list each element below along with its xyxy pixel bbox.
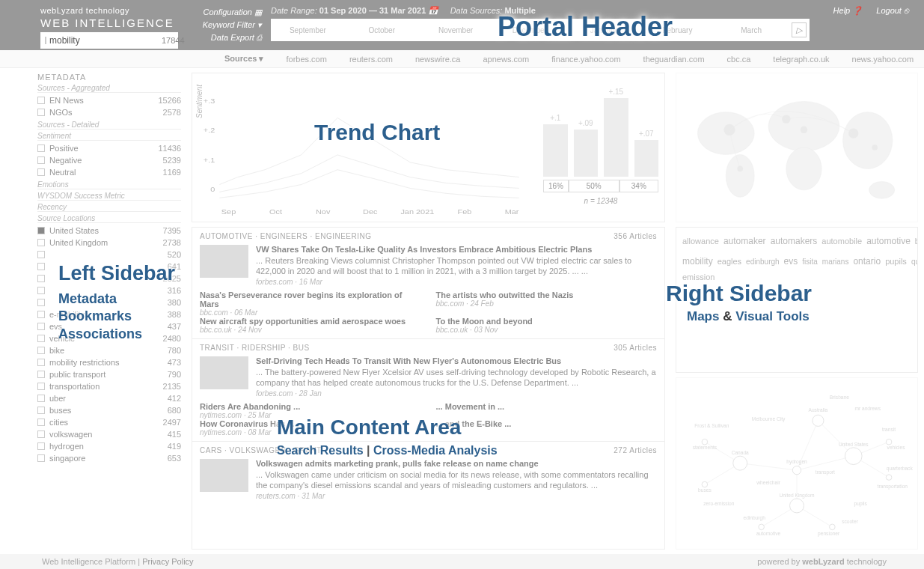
tag[interactable]: evs xyxy=(784,256,798,267)
configuration-link[interactable]: Configuration ▦ xyxy=(187,6,262,19)
checkbox-icon[interactable] xyxy=(37,407,45,414)
checkbox-icon[interactable] xyxy=(37,323,45,330)
checkbox-icon[interactable] xyxy=(37,311,45,318)
source-link[interactable]: theguardian.com xyxy=(643,55,705,64)
checkbox-icon[interactable] xyxy=(37,239,45,246)
metadata-item[interactable]: Neutral1169 xyxy=(37,166,181,178)
privacy-link[interactable]: Privacy Policy xyxy=(142,557,193,566)
network-graph[interactable]: CanadaUnited StatesUnited KingdomAustral… xyxy=(676,377,918,550)
source-link[interactable]: finance.yahoo.com xyxy=(551,55,620,64)
search-input[interactable] xyxy=(49,35,162,46)
metadata-group-header[interactable]: WYSDOM Success Metric xyxy=(37,192,181,201)
metadata-item[interactable]: mobility restrictions473 xyxy=(37,356,181,368)
metadata-item[interactable]: transportation2135 xyxy=(37,380,181,392)
checkbox-icon[interactable] xyxy=(37,371,45,378)
checkbox-icon[interactable] xyxy=(37,275,45,282)
article-title[interactable]: ... Movement in ... xyxy=(436,402,658,411)
checkbox-icon[interactable] xyxy=(37,347,45,354)
source-link[interactable]: telegraph.co.uk xyxy=(773,55,829,64)
metadata-group-header[interactable]: Sources - Aggregated xyxy=(37,84,181,93)
article-title[interactable]: The artists who outwitted the Nazis xyxy=(436,290,658,299)
play-icon[interactable]: ▷ xyxy=(792,22,807,37)
metadata-item[interactable]: EN News15266 xyxy=(37,94,181,106)
article-title[interactable]: Self-Driving Tech Heads To Transit With … xyxy=(256,356,657,365)
article-thumb[interactable] xyxy=(200,459,248,492)
metadata-item[interactable]: e-mobility388 xyxy=(37,308,181,320)
metadata-item[interactable]: cities2497 xyxy=(37,416,181,428)
metadata-item[interactable]: buses680 xyxy=(37,404,181,416)
metadata-item[interactable]: singapore653 xyxy=(37,452,181,464)
metadata-item[interactable]: bike780 xyxy=(37,344,181,356)
metadata-group-header[interactable]: Recency xyxy=(37,203,181,212)
source-link[interactable]: reuters.com xyxy=(349,55,393,64)
tag[interactable]: pupils xyxy=(885,257,907,266)
metadata-item[interactable]: 316 xyxy=(37,284,181,296)
article-title[interactable]: VW Shares Take On Tesla-Like Quality As … xyxy=(256,245,657,254)
tag[interactable]: eagles xyxy=(718,257,741,266)
tag[interactable]: barrel xyxy=(915,237,918,246)
timeline-month[interactable]: October xyxy=(345,26,419,34)
metadata-group-header[interactable]: Emotions xyxy=(37,180,181,189)
tag[interactable]: automakers xyxy=(771,236,818,246)
tag[interactable]: automobile xyxy=(821,237,862,246)
checkbox-icon[interactable] xyxy=(37,251,45,258)
bar[interactable]: +.15 xyxy=(604,98,628,177)
timeline-month[interactable]: September xyxy=(271,26,345,34)
metadata-item[interactable]: volkswagen415 xyxy=(37,428,181,440)
timeline-month[interactable]: February xyxy=(640,26,715,34)
metadata-item[interactable]: United States7395 xyxy=(37,225,181,237)
checkbox-icon[interactable] xyxy=(37,168,45,176)
checkbox-icon[interactable] xyxy=(37,383,45,390)
checkbox-icon[interactable] xyxy=(37,299,45,306)
bar[interactable]: +.1 xyxy=(543,124,568,177)
article-title[interactable]: How Coronavirus Has ... xyxy=(200,419,421,428)
metadata-item[interactable]: United Kingdom2738 xyxy=(37,237,181,249)
source-link[interactable]: news.yahoo.com xyxy=(852,55,914,64)
bar[interactable]: +.07 xyxy=(634,140,659,177)
metadata-item[interactable]: 520 xyxy=(37,249,181,261)
source-link[interactable]: forbes.com xyxy=(286,55,326,64)
metadata-group-header[interactable]: Source Locations xyxy=(37,214,181,223)
timeline-month[interactable]: November xyxy=(419,26,493,34)
tag[interactable]: automotive xyxy=(866,236,911,246)
tag[interactable]: automaker xyxy=(723,236,766,246)
source-link[interactable]: apnews.com xyxy=(483,55,530,64)
article-thumb[interactable] xyxy=(200,356,248,389)
sources-dropdown[interactable]: Sources ▾ xyxy=(224,54,263,64)
calendar-icon[interactable]: 📅 xyxy=(428,6,438,15)
metadata-item[interactable]: 641 xyxy=(37,261,181,273)
metadata-item[interactable]: hydrogen419 xyxy=(37,440,181,452)
checkbox-icon[interactable] xyxy=(37,395,45,402)
tag[interactable]: quarterback xyxy=(911,258,918,266)
metadata-group-header[interactable]: Sentiment xyxy=(37,132,181,141)
article-title[interactable]: To the Moon and beyond xyxy=(436,317,658,326)
bar[interactable]: +.09 xyxy=(574,130,599,177)
article-title[interactable]: Riders Are Abandoning ... xyxy=(200,402,421,411)
article-thumb[interactable] xyxy=(200,245,248,278)
metadata-item[interactable]: uber412 xyxy=(37,392,181,404)
tag[interactable]: allowance xyxy=(682,237,719,246)
checkbox-icon[interactable] xyxy=(37,97,45,104)
date-range-value[interactable]: 01 Sep 2020 — 31 Mar 2021 xyxy=(319,6,426,15)
metadata-item[interactable]: public transport790 xyxy=(37,368,181,380)
article-title[interactable]: Volkswagen admits marketing prank, pulls… xyxy=(256,459,657,468)
trend-chart[interactable]: +.3+.2+.10 SepOctNovDecJan 2021FebMar xyxy=(192,73,537,222)
source-link[interactable]: newswire.ca xyxy=(415,55,461,64)
logout-link[interactable]: Logout ⎋ xyxy=(876,6,909,15)
checkbox-icon[interactable] xyxy=(37,227,45,234)
article-title[interactable]: ... and the E-Bike ... xyxy=(436,419,658,428)
metadata-item[interactable]: 380 xyxy=(37,296,181,308)
timeline-month[interactable]: January xyxy=(566,26,640,34)
metadata-item[interactable]: Positive11436 xyxy=(37,142,181,154)
metadata-group-header[interactable]: Sources - Detailed xyxy=(37,121,181,130)
checkbox-icon[interactable] xyxy=(37,454,45,462)
search-box[interactable]: 17844 xyxy=(40,32,178,49)
tag[interactable]: marians xyxy=(822,258,849,266)
article-title[interactable]: Nasa's Perseverance rover begins its exp… xyxy=(200,290,421,308)
checkbox-icon[interactable] xyxy=(37,359,45,366)
metadata-item[interactable]: 2525 xyxy=(37,273,181,284)
metadata-item[interactable]: Negative5239 xyxy=(37,154,181,166)
keyword-filter-link[interactable]: Keyword Filter ▾ xyxy=(187,19,262,31)
data-sources-value[interactable]: Multiple xyxy=(504,6,536,15)
checkbox-icon[interactable] xyxy=(37,430,45,438)
